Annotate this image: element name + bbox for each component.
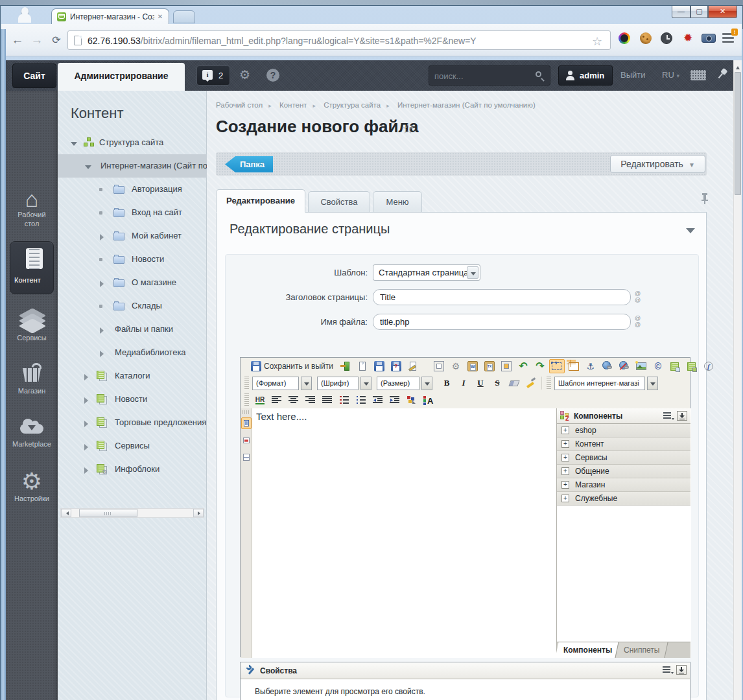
sidebar-item-services[interactable]: Сервисы (6, 306, 58, 342)
expand-plus-icon[interactable]: + (561, 481, 569, 489)
tree-item[interactable]: Структура сайта (58, 131, 207, 154)
font-color-button[interactable]: A (421, 393, 436, 407)
insert-hr-button[interactable]: HR (252, 393, 268, 407)
remove-link-button[interactable] (617, 359, 632, 373)
show-borders-button[interactable] (549, 359, 565, 373)
scroll-left-icon[interactable] (61, 509, 71, 517)
tab-snippets[interactable]: Сниппеты (615, 642, 668, 658)
outdent-button[interactable] (370, 393, 386, 407)
bookmark-star-icon[interactable]: ☆ (592, 34, 602, 49)
paste-as-text-button[interactable]: TX (482, 359, 497, 373)
maximize-editor-button[interactable] (431, 359, 447, 373)
keyboard-icon[interactable] (690, 70, 706, 80)
scroll-up-icon[interactable] (734, 60, 742, 71)
breadcrumb-item[interactable]: Структура сайта (324, 101, 381, 109)
align-center-button[interactable] (286, 393, 301, 407)
expander-open-icon[interactable] (85, 165, 91, 172)
scrollbar-thumb[interactable] (735, 72, 741, 195)
expander-closed-icon[interactable] (100, 327, 107, 334)
new-document-button[interactable] (355, 359, 370, 373)
insert-symbol-button[interactable]: © (650, 359, 666, 373)
user-button[interactable]: admin (558, 65, 613, 86)
expander-closed-icon[interactable] (84, 444, 91, 450)
tree-item[interactable]: Новости (58, 248, 207, 271)
exit-button[interactable] (338, 359, 353, 373)
folder-button[interactable]: Папка (225, 156, 273, 172)
tab-properties[interactable]: Свойства (308, 191, 370, 213)
expand-plus-icon[interactable]: + (561, 454, 569, 461)
indent-button[interactable] (387, 393, 403, 407)
search-input[interactable] (434, 69, 532, 83)
tab-menu[interactable]: Меню (373, 191, 422, 213)
search-icon[interactable] (536, 71, 541, 77)
address-bar[interactable]: 62.76.190.53/bitrix/admin/fileman_html_e… (67, 30, 611, 50)
breadcrumb-item[interactable]: Рабочий стол (216, 101, 263, 109)
breadcrumb-item[interactable]: Интернет-магазин (Сайт по умолчанию) (397, 101, 536, 109)
expander-closed-icon[interactable] (84, 374, 91, 380)
expander-closed-icon[interactable] (100, 351, 107, 357)
reload-button[interactable]: ⟳ (48, 32, 65, 49)
component-group[interactable]: + Служебные (557, 492, 690, 506)
chevron-down-icon[interactable] (421, 377, 432, 390)
bold-button[interactable]: B (439, 376, 454, 390)
italic-button[interactable]: I (456, 376, 471, 390)
admin-tab-active[interactable]: Администрирование (58, 63, 185, 91)
collapse-section-icon[interactable] (686, 228, 695, 238)
paste-from-word-button[interactable]: W (465, 359, 480, 373)
favorite-star-icon[interactable]: ☆ (401, 121, 414, 137)
sidebar-item-content[interactable]: Контент (10, 241, 54, 294)
insert-link-button[interactable] (600, 359, 615, 373)
expand-plus-icon[interactable]: + (561, 440, 569, 448)
underline-button[interactable]: U (473, 376, 488, 390)
tree-item[interactable]: О магазине (58, 271, 207, 294)
extension-cookie-icon[interactable] (640, 32, 652, 44)
back-button[interactable]: ← (9, 32, 26, 49)
expander-closed-icon[interactable] (84, 467, 91, 474)
tree-item[interactable]: Каталоги (58, 364, 207, 388)
editor-text[interactable]: Text here.... (256, 411, 307, 422)
align-left-button[interactable] (269, 393, 285, 407)
expander-open-icon[interactable] (71, 142, 77, 149)
save-and-exit-button[interactable]: Сохранить и выйти (248, 359, 336, 373)
tree-item[interactable]: Файлы и папки (58, 318, 207, 341)
component-group[interactable]: + Магазин (557, 478, 690, 492)
new-tab-button[interactable] (173, 10, 195, 23)
toolbar-drag-handle[interactable] (244, 393, 249, 406)
php-snippet-icon[interactable]: @@ (635, 290, 643, 305)
tab-close-icon[interactable]: ✕ (156, 12, 165, 21)
minimize-button[interactable]: — (672, 6, 690, 18)
publish-button[interactable] (405, 359, 421, 373)
insert-flash-button[interactable]: f (701, 359, 716, 373)
remove-format-button[interactable] (506, 376, 522, 390)
format-select[interactable]: (Формат) (252, 377, 299, 390)
tree-item[interactable]: Мой кабинет (58, 224, 207, 248)
profile-avatar-icon[interactable] (16, 7, 33, 23)
chevron-down-icon[interactable] (647, 377, 658, 390)
expand-plus-icon[interactable]: + (561, 495, 569, 502)
sidebar-item-marketplace[interactable]: Marketplace (6, 416, 58, 449)
url-text[interactable]: 62.76.190.53/bitrix/admin/fileman_html_e… (88, 36, 477, 46)
insert-component-button[interactable] (667, 359, 683, 373)
page-title-field[interactable] (373, 289, 631, 305)
expand-plus-icon[interactable]: + (561, 467, 569, 475)
panel-menu-icon[interactable] (663, 666, 672, 674)
component-group[interactable]: + eshop (557, 424, 690, 438)
toolbar-drag-handle[interactable] (244, 377, 249, 390)
size-select[interactable]: (Размер) (377, 377, 419, 390)
filename-field[interactable] (373, 314, 631, 330)
extension-camera-icon[interactable] (702, 34, 716, 43)
font-select[interactable]: (Шрифт) (317, 377, 359, 390)
scrollbar-thumb[interactable] (79, 509, 137, 517)
help-icon[interactable]: ? (266, 69, 279, 82)
site-template-select[interactable]: Шаблон интернет-магазi (554, 377, 645, 390)
copy-format-button[interactable] (523, 376, 539, 390)
redo-button[interactable]: ↷ (532, 359, 548, 373)
extension-clock-icon[interactable] (661, 32, 672, 44)
expand-plus-icon[interactable]: + (561, 426, 569, 434)
undo-button[interactable]: ↶ (515, 359, 531, 373)
tab-components[interactable]: Компоненты (555, 642, 620, 658)
site-tab-button[interactable]: Сайт (12, 64, 56, 88)
logout-link[interactable]: Выйти (620, 70, 646, 80)
template-select[interactable]: Стандартная страница (373, 264, 480, 281)
split-view-button[interactable] (241, 451, 252, 463)
